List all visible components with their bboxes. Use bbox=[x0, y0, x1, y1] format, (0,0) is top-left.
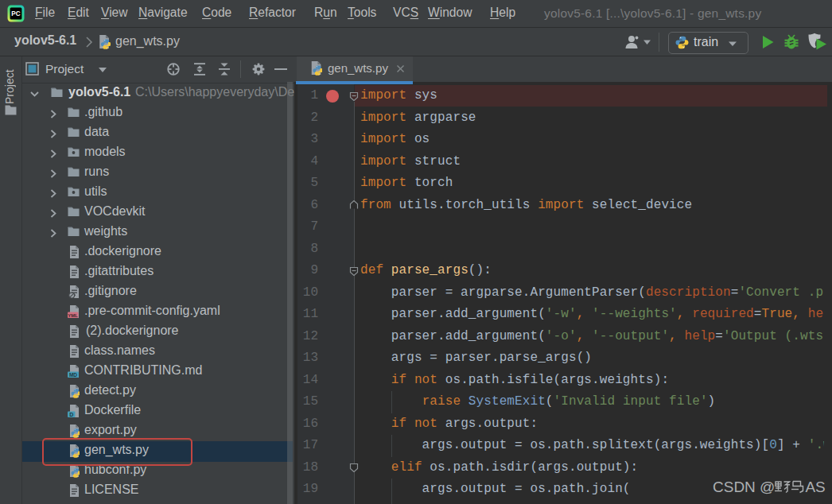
svg-text:PC: PC bbox=[11, 10, 20, 17]
